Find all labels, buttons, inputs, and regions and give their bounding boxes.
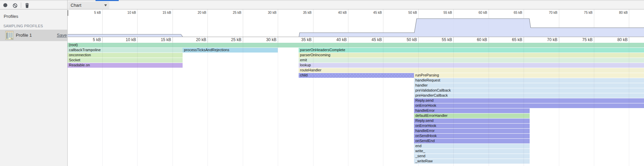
svg-text:%: %: [10, 37, 13, 40]
